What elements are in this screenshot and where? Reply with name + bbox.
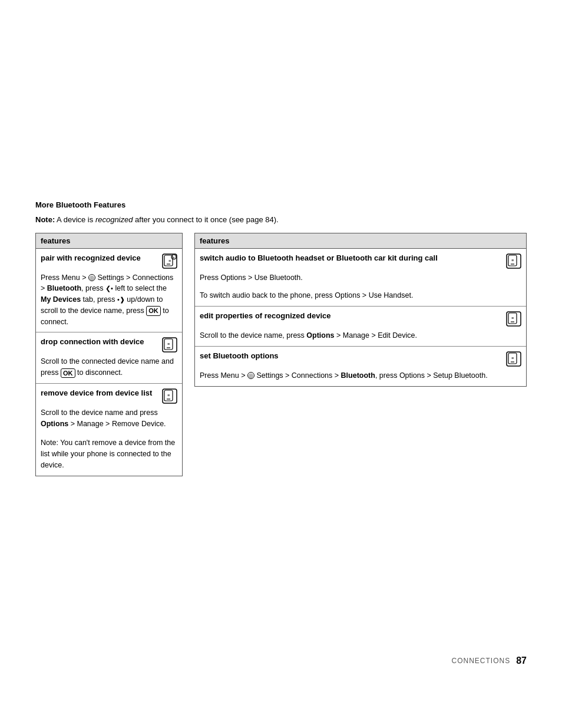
note-italic: recognized: [95, 215, 133, 224]
pair-device-icon: ≡ +: [162, 253, 177, 269]
settings-circle-icon-2: ◎: [247, 372, 254, 379]
feature-title-pair: pair with recognized device: [41, 253, 158, 263]
content-area: More Bluetooth Features Note: A device i…: [35, 200, 527, 476]
feature-body-edit: Scroll to the device name, press Options…: [195, 329, 526, 346]
feature-title-drop-row: drop connection with device ≡: [36, 332, 182, 355]
left-table-header: features: [36, 233, 182, 249]
bluetooth-bold-2: Bluetooth: [341, 371, 375, 380]
right-table-header: features: [195, 233, 526, 249]
right-feature-table: features switch audio to Bluetooth heads…: [194, 233, 527, 387]
svg-text:≡: ≡: [168, 259, 171, 263]
svg-text:≡: ≡: [511, 316, 514, 320]
bluetooth-bold-1: Bluetooth: [47, 284, 81, 292]
edit-properties-icon: ≡: [506, 311, 521, 327]
note-label-2: Note:: [41, 439, 58, 447]
page-footer: CONNECTIONS 87: [452, 655, 527, 666]
feature-row-remove: remove device from device list ≡: [36, 384, 182, 476]
feature-row-drop: drop connection with device ≡: [36, 332, 182, 384]
feature-title-drop: drop connection with device: [41, 337, 158, 347]
svg-text:≡: ≡: [167, 342, 170, 346]
feature-body-drop: Scroll to the connected device name and …: [36, 355, 182, 383]
mydevices-bold: My Devices: [41, 295, 81, 304]
ok-button-2: OK: [61, 368, 75, 378]
feature-title-remove-row: remove device from device list ≡: [36, 384, 182, 406]
settings-circle-icon-1: ◎: [88, 274, 95, 281]
remove-device-icon: ≡: [162, 388, 177, 404]
feature-row-pair: pair with recognized device ≡ +: [36, 249, 182, 333]
feature-body-pair: Press Menu > ◎ Settings > Connections > …: [36, 271, 182, 332]
feature-title-switch: switch audio to Bluetooth headset or Blu…: [200, 253, 503, 263]
feature-row-switch-audio: switch audio to Bluetooth headset or Blu…: [195, 249, 526, 307]
feature-title-set-bt: set Bluetooth options: [200, 351, 503, 361]
feature-title-edit-row: edit properties of recognized device ≡: [195, 307, 526, 329]
nav-left-icon: ❮•: [105, 285, 113, 292]
left-feature-table: features pair with recognized device ≡: [35, 233, 183, 476]
svg-text:≡: ≡: [511, 356, 514, 360]
note-suffix: after you connect to it once (see page 8…: [133, 215, 278, 224]
section-title: More Bluetooth Features: [35, 200, 527, 209]
feature-body-switch2: To switch audio back to the phone, press…: [195, 288, 526, 306]
remove-note: Note: You can't remove a device from the…: [36, 434, 182, 475]
feature-body-set-bt: Press Menu > ◎ Settings > Connections > …: [195, 369, 526, 386]
page-number: 87: [516, 655, 527, 666]
right-column: features switch audio to Bluetooth heads…: [194, 233, 527, 476]
options-bold-2: Options: [306, 331, 334, 340]
columns: features pair with recognized device ≡: [35, 233, 527, 476]
drop-connection-icon: ≡: [162, 337, 177, 353]
options-bold-1: Options: [41, 420, 68, 428]
feature-title-pair-row: pair with recognized device ≡ +: [36, 249, 182, 271]
svg-text:+: +: [173, 256, 175, 259]
feature-body-switch: Press Options > Use Bluetooth.: [195, 271, 526, 288]
feature-row-set-bt: set Bluetooth options ≡: [195, 347, 526, 386]
ok-button-1: OK: [146, 306, 161, 315]
svg-text:≡: ≡: [511, 258, 514, 262]
left-column: features pair with recognized device ≡: [35, 233, 183, 476]
feature-title-set-bt-row: set Bluetooth options ≡: [195, 347, 526, 369]
feature-row-edit: edit properties of recognized device ≡: [195, 307, 526, 347]
page: More Bluetooth Features Note: A device i…: [0, 0, 562, 728]
note-label: Note:: [35, 215, 55, 224]
note-prefix: A device is: [55, 215, 95, 224]
note-text: Note: A device is recognized after you c…: [35, 214, 527, 226]
feature-body-remove: Scroll to the device name and press Opti…: [36, 406, 182, 434]
footer-label: CONNECTIONS: [452, 657, 511, 665]
svg-text:≡: ≡: [167, 393, 170, 397]
feature-title-edit: edit properties of recognized device: [200, 311, 503, 321]
feature-title-switch-row: switch audio to Bluetooth headset or Blu…: [195, 249, 526, 271]
set-bluetooth-icon: ≡: [506, 351, 521, 367]
switch-audio-icon: ≡: [506, 253, 521, 269]
nav-updown-icon: •❱: [117, 296, 125, 303]
feature-title-remove: remove device from device list: [41, 388, 158, 398]
